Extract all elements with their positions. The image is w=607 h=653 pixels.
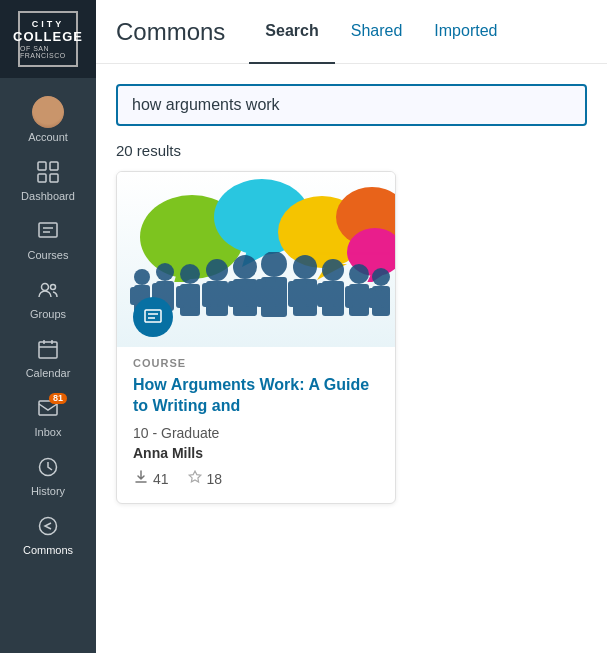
download-icon	[133, 469, 149, 489]
logo-college: COLLEGE	[13, 29, 83, 44]
svg-rect-44	[228, 281, 237, 307]
sidebar: CITY COLLEGE OF SAN FRANCISCO Account Da	[0, 0, 96, 653]
card-stats: 41 18	[133, 469, 379, 489]
svg-point-30	[156, 263, 174, 281]
svg-point-15	[40, 518, 57, 535]
svg-point-62	[372, 268, 390, 286]
svg-rect-64	[368, 288, 376, 308]
commons-icon	[37, 515, 59, 541]
svg-point-50	[293, 255, 317, 279]
sidebar-item-label: Groups	[30, 308, 66, 320]
sidebar-item-label: Calendar	[26, 367, 71, 379]
dashboard-icon	[37, 161, 59, 187]
sidebar-item-courses[interactable]: Courses	[0, 210, 96, 269]
svg-rect-49	[275, 279, 285, 307]
svg-rect-4	[39, 223, 57, 237]
header-navigation: Search Shared Imported	[249, 0, 513, 64]
svg-rect-45	[246, 281, 255, 307]
svg-point-26	[134, 269, 150, 285]
download-count: 41	[153, 471, 169, 487]
header: Commons Search Shared Imported	[96, 0, 607, 64]
logo-city: CITY	[32, 19, 65, 29]
results-count: 20 results	[116, 142, 587, 159]
content-area: 20 results	[96, 64, 607, 653]
svg-rect-48	[256, 279, 266, 307]
svg-rect-41	[217, 283, 226, 307]
star-count: 18	[207, 471, 223, 487]
sidebar-item-label: Dashboard	[21, 190, 75, 202]
svg-point-58	[349, 264, 369, 284]
sidebar-item-label: Inbox	[35, 426, 62, 438]
tab-shared[interactable]: Shared	[335, 0, 419, 64]
sidebar-item-commons[interactable]: Commons	[0, 505, 96, 564]
svg-rect-3	[50, 174, 58, 182]
calendar-icon	[37, 338, 59, 364]
svg-point-7	[42, 284, 49, 291]
sidebar-item-calendar[interactable]: Calendar	[0, 328, 96, 387]
card-grade: 10 - Graduate	[133, 425, 379, 441]
search-input[interactable]	[116, 84, 587, 126]
svg-rect-61	[360, 286, 368, 308]
course-card[interactable]: COURSE How Arguments Work: A Guide to Wr…	[116, 171, 396, 504]
sidebar-item-inbox[interactable]: 81 Inbox	[0, 387, 96, 446]
svg-point-46	[261, 252, 287, 277]
logo-box: CITY COLLEGE OF SAN FRANCISCO	[18, 11, 78, 67]
svg-rect-65	[381, 288, 389, 308]
svg-rect-9	[39, 342, 57, 358]
svg-rect-36	[176, 286, 184, 308]
svg-point-54	[322, 259, 344, 281]
download-stat: 41	[133, 469, 169, 489]
courses-icon	[37, 220, 59, 246]
svg-rect-52	[288, 281, 297, 307]
sidebar-item-label: History	[31, 485, 65, 497]
page-title: Commons	[116, 18, 225, 46]
svg-rect-2	[38, 174, 46, 182]
card-type-label: COURSE	[133, 357, 379, 369]
svg-rect-37	[190, 286, 198, 308]
svg-point-34	[180, 264, 200, 284]
sidebar-item-dashboard[interactable]: Dashboard	[0, 151, 96, 210]
tab-search[interactable]: Search	[249, 0, 334, 64]
card-title[interactable]: How Arguments Work: A Guide to Writing a…	[133, 375, 379, 417]
sidebar-item-label: Account	[28, 131, 68, 143]
card-type-icon	[133, 297, 173, 337]
sidebar-item-history[interactable]: History	[0, 446, 96, 505]
svg-point-42	[233, 255, 257, 279]
sidebar-item-label: Commons	[23, 544, 73, 556]
tab-imported[interactable]: Imported	[418, 0, 513, 64]
star-stat: 18	[187, 469, 223, 489]
svg-rect-33	[164, 283, 172, 303]
svg-rect-66	[145, 310, 161, 322]
avatar	[32, 96, 64, 128]
star-icon	[187, 469, 203, 489]
svg-rect-56	[317, 283, 326, 307]
svg-rect-60	[345, 286, 353, 308]
card-author: Anna Mills	[133, 445, 379, 461]
svg-point-8	[51, 285, 56, 290]
inbox-badge: 81	[49, 393, 67, 404]
card-image	[117, 172, 395, 347]
svg-rect-0	[38, 162, 46, 170]
svg-rect-40	[202, 283, 211, 307]
sidebar-item-account[interactable]: Account	[0, 86, 96, 151]
svg-rect-57	[333, 283, 342, 307]
sidebar-navigation: Account Dashboard	[0, 78, 96, 653]
svg-rect-53	[306, 281, 315, 307]
inbox-icon: 81	[37, 397, 59, 423]
logo-sf: OF SAN FRANCISCO	[20, 45, 76, 59]
main-content: Commons Search Shared Imported 20 result…	[96, 0, 607, 653]
history-icon	[37, 456, 59, 482]
svg-point-38	[206, 259, 228, 281]
sidebar-item-groups[interactable]: Groups	[0, 269, 96, 328]
groups-icon	[37, 279, 59, 305]
svg-rect-28	[130, 287, 137, 305]
svg-rect-1	[50, 162, 58, 170]
sidebar-item-label: Courses	[28, 249, 69, 261]
card-body: COURSE How Arguments Work: A Guide to Wr…	[117, 347, 395, 503]
sidebar-logo[interactable]: CITY COLLEGE OF SAN FRANCISCO	[0, 0, 96, 78]
